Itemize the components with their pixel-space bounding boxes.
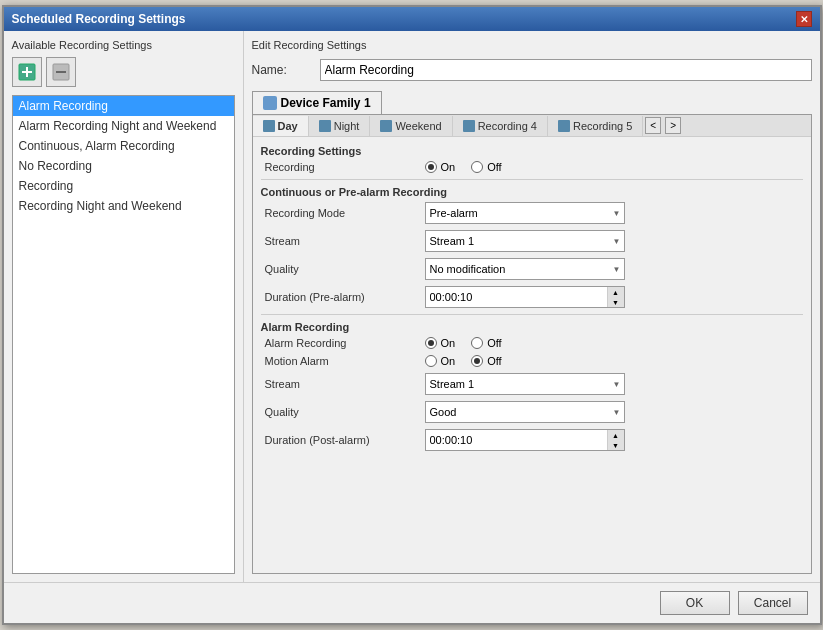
alarm-quality-row: Quality Good Normal Low No modification — [261, 401, 803, 423]
duration-prealarm-row: Duration (Pre-alarm) ▲ ▼ — [261, 286, 803, 308]
main-window: Scheduled Recording Settings ✕ Available… — [2, 5, 822, 625]
bottom-bar: OK Cancel — [4, 582, 820, 623]
alarm-quality-select[interactable]: Good Normal Low No modification — [425, 401, 625, 423]
duration-postalarm-label: Duration (Post-alarm) — [265, 434, 425, 446]
recording-list[interactable]: Alarm Recording Alarm Recording Night an… — [12, 95, 235, 574]
close-button[interactable]: ✕ — [796, 11, 812, 27]
alarm-stream-row: Stream Stream 1 Stream 2 — [261, 373, 803, 395]
tab-night-label: Night — [334, 120, 360, 132]
motion-on-circle — [425, 355, 437, 367]
tab-weekend-label: Weekend — [395, 120, 441, 132]
alarm-on-radio[interactable]: On — [425, 337, 456, 349]
toolbar — [12, 57, 235, 87]
name-label: Name: — [252, 63, 312, 77]
device-family-tab[interactable]: Device Family 1 — [252, 91, 382, 114]
alarm-section-label: Alarm Recording — [261, 321, 803, 333]
duration-prealarm-input[interactable] — [426, 287, 607, 307]
alarm-off-radio[interactable]: Off — [471, 337, 501, 349]
recording-off-radio[interactable]: Off — [471, 161, 501, 173]
list-item[interactable]: No Recording — [13, 156, 234, 176]
left-panel: Available Recording Settings — [4, 31, 244, 582]
weekend-tab-icon — [380, 120, 392, 132]
duration-prealarm-label: Duration (Pre-alarm) — [265, 291, 425, 303]
motion-on-label: On — [441, 355, 456, 367]
alarm-on-circle — [425, 337, 437, 349]
cancel-button[interactable]: Cancel — [738, 591, 808, 615]
quality-select[interactable]: No modification Good Normal Low — [425, 258, 625, 280]
recording5-tab-icon — [558, 120, 570, 132]
stream-row: Stream Stream 1 Stream 2 — [261, 230, 803, 252]
stream-select[interactable]: Stream 1 Stream 2 — [425, 230, 625, 252]
alarm-recording-row: Alarm Recording On Off — [261, 337, 803, 349]
motion-alarm-row: Motion Alarm On Off — [261, 355, 803, 367]
recording-settings-section-label: Recording Settings — [261, 145, 803, 157]
alarm-quality-label: Quality — [265, 406, 425, 418]
tab-day-label: Day — [278, 120, 298, 132]
duration-postalarm-input[interactable] — [426, 430, 607, 450]
right-panel: Edit Recording Settings Name: Device Fam… — [244, 31, 820, 582]
motion-off-radio[interactable]: Off — [471, 355, 501, 367]
alarm-quality-wrapper: Good Normal Low No modification — [425, 401, 625, 423]
recording-off-circle — [471, 161, 483, 173]
spinbox-down-btn[interactable]: ▼ — [608, 297, 624, 307]
add-button[interactable] — [12, 57, 42, 87]
right-panel-title: Edit Recording Settings — [252, 39, 812, 51]
duration-postalarm-spinbox: ▲ ▼ — [425, 429, 625, 451]
day-tab-icon — [263, 120, 275, 132]
device-tab-label: Device Family 1 — [281, 96, 371, 110]
recording-row: Recording On Off — [261, 161, 803, 173]
recording-on-circle — [425, 161, 437, 173]
title-bar: Scheduled Recording Settings ✕ — [4, 7, 820, 31]
quality-label: Quality — [265, 263, 425, 275]
tab-nav-next[interactable]: > — [665, 117, 681, 134]
alarm-stream-label: Stream — [265, 378, 425, 390]
alarm-on-label: On — [441, 337, 456, 349]
tab-recording5[interactable]: Recording 5 — [548, 116, 643, 136]
motion-alarm-radio-group: On Off — [425, 355, 502, 367]
motion-alarm-label: Motion Alarm — [265, 355, 425, 367]
tab-panel: Day Night Weekend Recording 4 — [252, 114, 812, 574]
recording-on-radio[interactable]: On — [425, 161, 456, 173]
tab-night[interactable]: Night — [309, 116, 371, 136]
motion-off-label: Off — [487, 355, 501, 367]
postalarm-spinbox-btns: ▲ ▼ — [607, 430, 624, 450]
tab-recording4-label: Recording 4 — [478, 120, 537, 132]
duration-postalarm-row: Duration (Post-alarm) ▲ ▼ — [261, 429, 803, 451]
alarm-stream-select[interactable]: Stream 1 Stream 2 — [425, 373, 625, 395]
alarm-off-circle — [471, 337, 483, 349]
alarm-recording-label: Alarm Recording — [265, 337, 425, 349]
device-icon — [263, 96, 277, 110]
list-item[interactable]: Alarm Recording — [13, 96, 234, 116]
tab-weekend[interactable]: Weekend — [370, 116, 452, 136]
list-item[interactable]: Alarm Recording Night and Weekend — [13, 116, 234, 136]
tab-recording4[interactable]: Recording 4 — [453, 116, 548, 136]
remove-button[interactable] — [46, 57, 76, 87]
recording-off-label: Off — [487, 161, 501, 173]
postalarm-spinbox-up-btn[interactable]: ▲ — [608, 430, 624, 440]
stream-wrapper: Stream 1 Stream 2 — [425, 230, 625, 252]
window-title: Scheduled Recording Settings — [12, 12, 186, 26]
recording-mode-select[interactable]: Pre-alarm Continuous No Recording — [425, 202, 625, 224]
spinbox-up-btn[interactable]: ▲ — [608, 287, 624, 297]
recording4-tab-icon — [463, 120, 475, 132]
alarm-recording-radio-group: On Off — [425, 337, 502, 349]
ok-button[interactable]: OK — [660, 591, 730, 615]
motion-on-radio[interactable]: On — [425, 355, 456, 367]
recording-label: Recording — [265, 161, 425, 173]
name-input[interactable] — [320, 59, 812, 81]
content-area: Available Recording Settings — [4, 31, 820, 582]
continuous-section-label: Continuous or Pre-alarm Recording — [261, 186, 803, 198]
left-panel-title: Available Recording Settings — [12, 39, 235, 51]
tab-day[interactable]: Day — [253, 116, 309, 136]
recording-radio-group: On Off — [425, 161, 502, 173]
quality-wrapper: No modification Good Normal Low — [425, 258, 625, 280]
list-item[interactable]: Continuous, Alarm Recording — [13, 136, 234, 156]
list-item[interactable]: Recording — [13, 176, 234, 196]
list-item[interactable]: Recording Night and Weekend — [13, 196, 234, 216]
device-tab-header: Device Family 1 — [252, 91, 812, 114]
recording-mode-label: Recording Mode — [265, 207, 425, 219]
tab-nav-prev[interactable]: < — [645, 117, 661, 134]
postalarm-spinbox-down-btn[interactable]: ▼ — [608, 440, 624, 450]
tab-content: Recording Settings Recording On Off — [253, 137, 811, 573]
name-row: Name: — [252, 59, 812, 81]
